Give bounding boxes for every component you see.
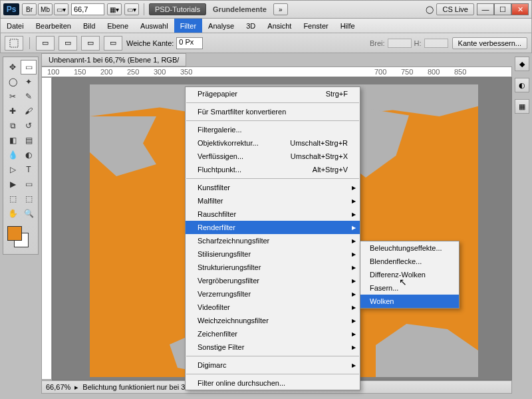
gradient-tool-icon[interactable]: ▤ [21, 133, 37, 148]
menu-datei[interactable]: Datei [1, 19, 30, 33]
height-label: H: [414, 39, 422, 47]
wand-tool-icon[interactable]: ✦ [21, 74, 37, 89]
menu-3d[interactable]: 3D [240, 19, 261, 33]
adjustments-panel-icon[interactable]: ◐ [515, 78, 529, 92]
color-swatches[interactable] [6, 225, 35, 247]
foreground-color-swatch[interactable] [7, 226, 22, 241]
zoom-tool-icon[interactable]: 🔍 [21, 206, 37, 221]
ruler-mark: 150 [74, 68, 86, 76]
pen-tool-icon[interactable]: ▷ [5, 162, 21, 177]
submenu-item-beleuchtungseffekte-[interactable]: Beleuchtungseffekte... [360, 241, 459, 255]
3d-camera-icon[interactable]: ⬚ [21, 192, 37, 206]
history-brush-icon[interactable]: ↺ [21, 118, 37, 133]
menu-item-verfl-ssigen-[interactable]: Verflüssigen...Umschalt+Strg+X [186, 150, 360, 163]
screen-mode-icon[interactable]: ▭▾ [54, 3, 68, 15]
eyedropper-tool-icon[interactable]: ✎ [21, 89, 37, 104]
menu-bar: DateiBearbeitenBildEbeneAuswahlFilterAna… [0, 19, 532, 33]
dodge-tool-icon[interactable]: ◐ [21, 148, 37, 162]
selection-intersect-icon[interactable]: ▭ [104, 36, 122, 51]
window-maximize-button[interactable]: ☐ [494, 3, 511, 15]
view-extras-icon[interactable]: ▦▾ [107, 3, 122, 15]
brush-tool-icon[interactable]: 🖌 [21, 104, 37, 118]
arrange-docs-icon[interactable]: ▭▾ [124, 3, 139, 15]
height-input [424, 39, 448, 48]
menu-bild[interactable]: Bild [77, 19, 101, 33]
layers-panel-icon[interactable]: ◆ [515, 57, 529, 71]
3d-tool-icon[interactable]: ⬚ [5, 192, 21, 206]
svg-rect-0 [10, 39, 18, 47]
options-bar: ▭ ▭ ▭ ▭ Weiche Kante: 0 Px Brei: H: Kant… [0, 33, 532, 53]
menu-item-fluchtpunkt-[interactable]: Fluchtpunkt...Alt+Strg+V [186, 163, 360, 176]
menu-item-filtergalerie-[interactable]: Filtergalerie... [186, 123, 360, 136]
selection-add-icon[interactable]: ▭ [59, 36, 77, 51]
submenu-item-blendenflecke-[interactable]: Blendenflecke... [360, 255, 459, 268]
minibridge-icon[interactable]: Mb [38, 3, 53, 15]
blur-tool-icon[interactable]: 💧 [5, 148, 21, 162]
window-close-button[interactable]: ✕ [511, 3, 529, 15]
more-icon[interactable]: » [273, 3, 288, 15]
menu-item-sonstige-filter[interactable]: Sonstige Filter▶ [186, 340, 360, 354]
move-tool-icon[interactable]: ✥ [5, 60, 21, 74]
menu-hilfe[interactable]: Hilfe [334, 19, 361, 33]
heal-tool-icon[interactable]: ✚ [5, 104, 21, 118]
bridge-icon[interactable]: Br [22, 3, 37, 15]
menu-item-videofilter[interactable]: Videofilter▶ [186, 301, 360, 314]
menu-ansicht[interactable]: Ansicht [261, 19, 297, 33]
crop-tool-icon[interactable]: ✂ [5, 89, 21, 104]
photoshop-logo-icon: Ps [3, 3, 19, 15]
stamp-tool-icon[interactable]: ⧉ [5, 118, 21, 133]
eraser-tool-icon[interactable]: ◧ [5, 133, 21, 148]
lasso-tool-icon[interactable]: ◯ [5, 74, 21, 89]
width-label: Brei: [370, 39, 385, 47]
menu-item-weichzeichnungsfilter[interactable]: Weichzeichnungsfilter▶ [186, 314, 360, 327]
ruler-mark: 300 [154, 68, 166, 76]
menu-ebene[interactable]: Ebene [101, 19, 134, 33]
menu-fenster[interactable]: Fenster [297, 19, 334, 33]
hand-tool-icon[interactable]: ✋ [5, 206, 21, 221]
menu-item-strukturierungsfilter[interactable]: Strukturierungsfilter▶ [186, 261, 360, 274]
menu-item-rauschfilter[interactable]: Rauschfilter▶ [186, 207, 360, 221]
channels-panel-icon[interactable]: ▦ [515, 99, 529, 114]
window-minimize-button[interactable]: — [477, 3, 494, 15]
menu-bearbeiten[interactable]: Bearbeiten [30, 19, 77, 33]
shape-tool-icon[interactable]: ▭ [21, 177, 37, 192]
menu-analyse[interactable]: Analyse [202, 19, 240, 33]
menu-item-verzerrungsfilter[interactable]: Verzerrungsfilter▶ [186, 287, 360, 301]
type-tool-icon[interactable]: T [21, 162, 37, 177]
menu-item-f-r-smartfilter-konvertieren[interactable]: Für Smartfilter konvertieren [186, 105, 360, 118]
ruler-mark: 250 [127, 68, 139, 76]
submenu-item-wolken[interactable]: Wolken [360, 295, 459, 308]
menu-item-malfilter[interactable]: Malfilter▶ [186, 194, 360, 207]
feather-input[interactable]: 0 Px [176, 37, 203, 49]
menu-item-stilisierungsfilter[interactable]: Stilisierungsfilter▶ [186, 247, 360, 261]
cs-live-button[interactable]: CS Live [436, 3, 474, 15]
width-input [388, 39, 412, 48]
psd-tutorials-button[interactable]: PSD-Tutorials [149, 3, 206, 15]
menu-auswahl[interactable]: Auswahl [134, 19, 174, 33]
menu-item-kunstfilter[interactable]: Kunstfilter▶ [186, 181, 360, 194]
menu-item-digimarc[interactable]: Digimarc▶ [186, 358, 360, 372]
menu-item-vergr-berungsfilter[interactable]: Vergröberungsfilter▶ [186, 274, 360, 287]
document-tab[interactable]: Unbenannt-1 bei 66,7% (Ebene 1, RGB/ [41, 53, 186, 66]
refine-edge-button[interactable]: Kante verbessern... [452, 37, 527, 49]
document-title: Grundelemente [209, 5, 271, 13]
selection-new-icon[interactable]: ▭ [36, 36, 55, 51]
menu-item-objektivkorrektur-[interactable]: Objektivkorrektur...Umschalt+Strg+R [186, 136, 360, 150]
ruler-mark: 850 [454, 68, 466, 76]
menu-item-zeichenfilter[interactable]: Zeichenfilter▶ [186, 327, 360, 340]
tool-preset-icon[interactable] [5, 36, 23, 51]
menu-item-pr-gepapier[interactable]: PrägepapierStrg+F [186, 87, 360, 100]
marquee-tool-icon[interactable]: ▭ [21, 60, 37, 74]
submenu-item-differenz-wolken[interactable]: Differenz-Wolken [360, 268, 459, 281]
status-zoom[interactable]: 66,67% [46, 383, 70, 391]
submenu-item-fasern-[interactable]: Fasern... [360, 281, 459, 295]
path-select-icon[interactable]: ▶ [5, 177, 21, 192]
menu-item-filter-online-durchsuchen-[interactable]: Filter online durchsuchen... [186, 376, 360, 390]
menu-item-renderfilter[interactable]: Renderfilter▶ [186, 221, 360, 234]
tool-palette: ✥▭ ◯✦ ✂✎ ✚🖌 ⧉↺ ◧▤ 💧◐ ▷T ▶▭ ⬚⬚ ✋🔍 [3, 57, 39, 255]
status-message: Belichtung funktioniert nur bei 32-Bit [82, 383, 200, 391]
zoom-level-input[interactable]: 66,7 [71, 3, 104, 15]
menu-item-scharfzeichnungsfilter[interactable]: Scharfzeichnungsfilter▶ [186, 234, 360, 247]
menu-filter[interactable]: Filter [174, 19, 202, 33]
selection-subtract-icon[interactable]: ▭ [81, 36, 100, 51]
